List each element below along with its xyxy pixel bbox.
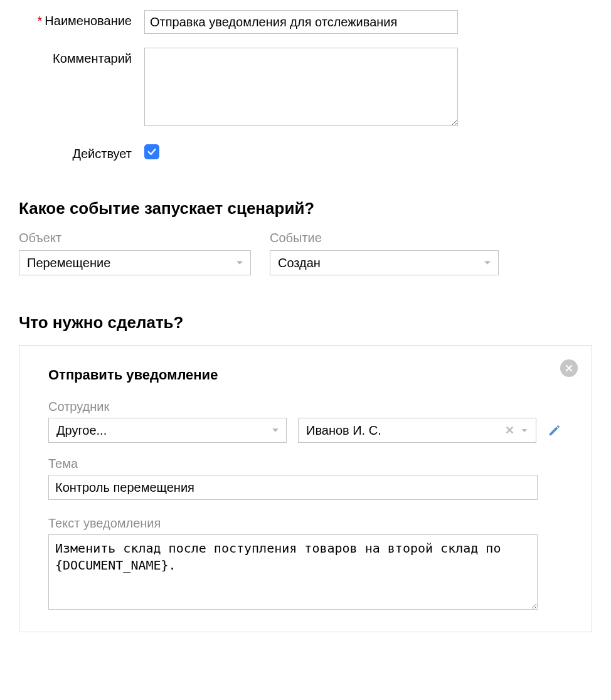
chevron-down-icon bbox=[271, 426, 280, 435]
object-select-value: Перемещение bbox=[27, 256, 110, 270]
chevron-down-icon bbox=[521, 423, 528, 438]
event-select[interactable]: Создан bbox=[270, 250, 499, 275]
body-label: Текст уведомления bbox=[48, 516, 563, 531]
pencil-icon bbox=[548, 423, 561, 437]
employee-mode-select[interactable]: Другое... bbox=[48, 418, 287, 443]
comment-label: Комментарий bbox=[53, 51, 132, 65]
subject-label: Тема bbox=[48, 457, 563, 471]
body-textarea[interactable] bbox=[48, 534, 538, 610]
employee-name: Иванов И. С. bbox=[306, 423, 381, 438]
object-select[interactable]: Перемещение bbox=[19, 250, 251, 275]
employee-value-select[interactable]: Иванов И. С. ✕ bbox=[298, 418, 536, 443]
check-icon bbox=[147, 147, 157, 157]
comment-textarea[interactable] bbox=[144, 48, 458, 126]
active-label: Действует bbox=[72, 147, 132, 161]
close-icon bbox=[565, 364, 573, 373]
section-action-title: Что нужно сделать? bbox=[19, 313, 592, 332]
name-input[interactable] bbox=[144, 10, 458, 34]
action-card-title: Отправить уведомление bbox=[48, 367, 563, 383]
section-trigger-title: Какое событие запускает сценарий? bbox=[19, 199, 592, 218]
action-card: Отправить уведомление Сотрудник Другое..… bbox=[19, 345, 592, 632]
close-button[interactable] bbox=[560, 359, 578, 377]
employee-label: Сотрудник bbox=[48, 400, 563, 414]
employee-mode-value: Другое... bbox=[56, 423, 107, 438]
event-select-value: Создан bbox=[278, 256, 321, 270]
object-label: Объект bbox=[19, 231, 251, 245]
edit-employee-button[interactable] bbox=[548, 423, 561, 437]
name-label: Наименование bbox=[45, 14, 132, 28]
chevron-down-icon bbox=[483, 258, 492, 267]
event-label: Событие bbox=[270, 231, 499, 245]
active-checkbox[interactable] bbox=[144, 144, 159, 159]
chevron-down-icon bbox=[235, 258, 244, 267]
subject-input[interactable] bbox=[48, 475, 538, 500]
clear-employee-button[interactable]: ✕ bbox=[505, 423, 514, 437]
